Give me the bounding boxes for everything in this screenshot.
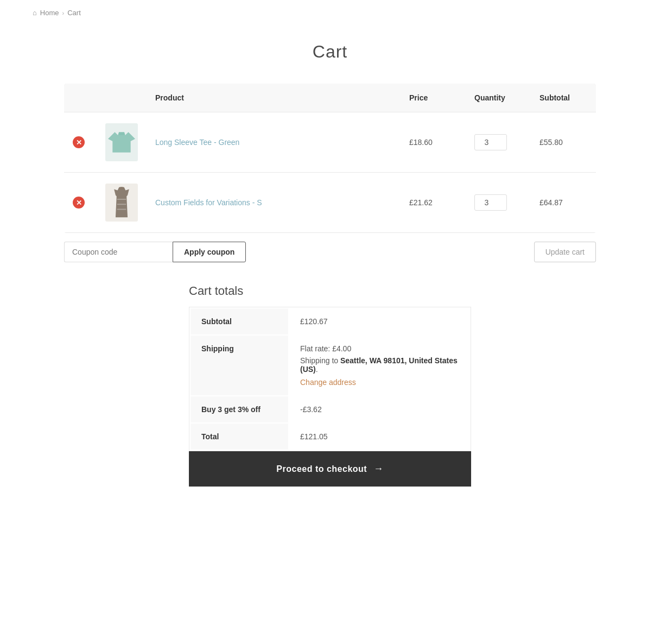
price-cell-1: £18.60 (401, 112, 466, 173)
product-name-cell-2: Custom Fields for Variations - S (147, 173, 401, 233)
col-header-quantity: Quantity (466, 84, 531, 112)
totals-table: Subtotal £120.67 Shipping Flat rate: £4.… (189, 307, 471, 451)
totals-discount-value: -£3.62 (289, 396, 469, 422)
tee-svg-1 (108, 129, 135, 156)
totals-subtotal-row: Subtotal £120.67 (191, 308, 469, 334)
breadcrumb-separator: › (62, 10, 65, 16)
qty-cell-2 (466, 173, 531, 233)
remove-cell-2: ✕ (64, 173, 97, 233)
col-header-image (97, 84, 147, 112)
checkout-label: Proceed to checkout (276, 464, 367, 474)
apply-coupon-button[interactable]: Apply coupon (173, 242, 246, 262)
image-cell-1 (97, 112, 147, 173)
svg-marker-1 (118, 132, 125, 135)
totals-subtotal-value: £120.67 (289, 308, 469, 334)
totals-shipping-label: Shipping (191, 336, 288, 395)
col-header-price: Price (401, 84, 466, 112)
svg-rect-4 (117, 204, 126, 205)
col-header-subtotal: Subtotal (531, 84, 596, 112)
qty-cell-1 (466, 112, 531, 173)
breadcrumb-home-link[interactable]: Home (40, 9, 59, 17)
cart-totals-title: Cart totals (189, 284, 471, 298)
dress-svg-2 (111, 186, 132, 219)
remove-item-1-button[interactable]: ✕ (73, 136, 85, 148)
shipping-address-line: Shipping to Seattle, WA 98101, United St… (300, 356, 459, 374)
totals-shipping-cell: Flat rate: £4.00 Shipping to Seattle, WA… (289, 336, 469, 395)
totals-discount-row: Buy 3 get 3% off -£3.62 (191, 396, 469, 422)
image-cell-2 (97, 173, 147, 233)
shipping-period: . (316, 365, 318, 374)
totals-total-value: £121.05 (289, 424, 469, 450)
quantity-input-2[interactable] (474, 194, 507, 211)
subtotal-cell-2: £64.87 (531, 173, 596, 233)
checkout-arrow-icon: → (373, 463, 384, 475)
change-address-link[interactable]: Change address (300, 378, 459, 387)
svg-rect-5 (117, 209, 126, 210)
cart-totals-box: Cart totals Subtotal £120.67 Shipping Fl… (189, 284, 471, 487)
totals-total-label: Total (191, 424, 288, 450)
totals-subtotal-label: Subtotal (191, 308, 288, 334)
price-cell-2: £21.62 (401, 173, 466, 233)
proceed-to-checkout-button[interactable]: Proceed to checkout → (189, 451, 471, 487)
cart-table: Product Price Quantity Subtotal ✕ (64, 84, 596, 233)
svg-point-2 (119, 187, 124, 190)
totals-shipping-row: Shipping Flat rate: £4.00 Shipping to Se… (191, 336, 469, 395)
update-cart-button[interactable]: Update cart (534, 242, 596, 262)
remove-icon-2: ✕ (73, 197, 85, 209)
svg-rect-3 (117, 199, 126, 200)
product-name-link-1[interactable]: Long Sleeve Tee - Green (155, 138, 239, 147)
totals-discount-label: Buy 3 get 3% off (191, 396, 288, 422)
breadcrumb-current: Cart (67, 9, 81, 17)
totals-total-row: Total £121.05 (191, 424, 469, 450)
home-icon: ⌂ (33, 9, 37, 17)
shipping-rate: Flat rate: £4.00 (300, 344, 351, 353)
product-thumbnail-2 (105, 184, 138, 222)
remove-cell-1: ✕ (64, 112, 97, 173)
remove-item-2-button[interactable]: ✕ (73, 197, 85, 209)
quantity-input-1[interactable] (474, 134, 507, 150)
remove-icon-1: ✕ (73, 136, 85, 148)
table-row: ✕ Custom Fields for (64, 173, 596, 233)
col-header-remove (64, 84, 97, 112)
product-thumbnail-1 (105, 123, 138, 161)
table-row: ✕ Long Sleeve Tee - Green £18.60 (64, 112, 596, 173)
coupon-form: Apply coupon (64, 242, 246, 262)
shipping-to-prefix: Shipping to (300, 356, 340, 365)
col-header-product: Product (147, 84, 401, 112)
product-name-link-2[interactable]: Custom Fields for Variations - S (155, 198, 262, 207)
cart-actions: Apply coupon Update cart (64, 242, 596, 262)
coupon-code-input[interactable] (64, 242, 173, 262)
cart-totals-section: Cart totals Subtotal £120.67 Shipping Fl… (64, 284, 596, 487)
subtotal-cell-1: £55.80 (531, 112, 596, 173)
page-title: Cart (0, 42, 660, 62)
cart-wrapper: Product Price Quantity Subtotal ✕ (42, 84, 618, 519)
breadcrumb: ⌂ Home › Cart (0, 0, 660, 26)
product-name-cell-1: Long Sleeve Tee - Green (147, 112, 401, 173)
